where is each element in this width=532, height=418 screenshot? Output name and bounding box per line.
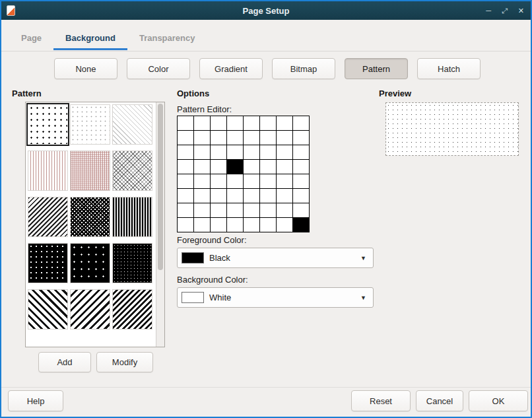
- editor-cell-r5c7[interactable]: [293, 189, 310, 203]
- maximize-button[interactable]: ⤢: [502, 7, 508, 15]
- pattern-swatch-vertical-lines-red[interactable]: [28, 151, 68, 191]
- titlebar[interactable]: Page Setup ─ ⤢ ✕: [1, 1, 531, 20]
- editor-cell-r7c4[interactable]: [244, 218, 260, 232]
- editor-cell-r6c2[interactable]: [211, 203, 227, 218]
- editor-cell-r0c3[interactable]: [227, 116, 244, 131]
- editor-cell-r0c4[interactable]: [244, 116, 260, 131]
- pattern-swatch-crosshatch-dark[interactable]: [70, 197, 110, 237]
- editor-cell-r0c0[interactable]: [178, 116, 194, 131]
- editor-cell-r0c2[interactable]: [211, 116, 227, 131]
- editor-cell-r7c6[interactable]: [277, 218, 293, 232]
- editor-cell-r2c3[interactable]: [227, 145, 244, 160]
- editor-cell-r0c7[interactable]: [293, 116, 310, 131]
- editor-cell-r6c3[interactable]: [227, 203, 244, 218]
- editor-cell-r6c4[interactable]: [244, 203, 260, 218]
- pattern-swatch-black-sparse-dots[interactable]: [70, 243, 110, 283]
- editor-cell-r4c0[interactable]: [178, 174, 194, 189]
- editor-cell-r5c5[interactable]: [260, 189, 277, 203]
- color-fill-button[interactable]: Color: [127, 58, 190, 79]
- editor-cell-r1c7[interactable]: [293, 131, 310, 145]
- editor-cell-r1c4[interactable]: [244, 131, 260, 145]
- editor-cell-r6c1[interactable]: [194, 203, 211, 218]
- editor-cell-r7c1[interactable]: [194, 218, 211, 232]
- editor-cell-r7c7[interactable]: [293, 218, 310, 232]
- editor-cell-r3c2[interactable]: [211, 160, 227, 174]
- reset-button[interactable]: Reset: [351, 390, 411, 411]
- tab-transparency[interactable]: Transparency: [127, 28, 207, 50]
- editor-cell-r5c1[interactable]: [194, 189, 211, 203]
- add-button[interactable]: Add: [38, 352, 91, 372]
- editor-cell-r4c7[interactable]: [293, 174, 310, 189]
- editor-cell-r5c2[interactable]: [211, 189, 227, 203]
- pattern-fill-button[interactable]: Pattern: [345, 58, 408, 79]
- editor-cell-r3c6[interactable]: [277, 160, 293, 174]
- minimize-button[interactable]: ─: [486, 7, 491, 15]
- editor-cell-r3c4[interactable]: [244, 160, 260, 174]
- editor-cell-r3c0[interactable]: [178, 160, 194, 174]
- editor-cell-r1c6[interactable]: [277, 131, 293, 145]
- pattern-swatch-vertical-lines-dark[interactable]: [112, 197, 152, 237]
- editor-cell-r4c3[interactable]: [227, 174, 244, 189]
- tab-background[interactable]: Background: [53, 28, 127, 50]
- editor-cell-r6c7[interactable]: [293, 203, 310, 218]
- help-button[interactable]: Help: [8, 390, 63, 411]
- gradient-fill-button[interactable]: Gradient: [199, 58, 263, 79]
- pattern-swatch-diagonal-light[interactable]: [112, 104, 152, 145]
- bitmap-fill-button[interactable]: Bitmap: [272, 58, 335, 79]
- pattern-swatch-diagonal-up-wide[interactable]: [28, 289, 68, 330]
- editor-cell-r3c5[interactable]: [260, 160, 277, 174]
- editor-cell-r0c5[interactable]: [260, 116, 277, 131]
- pattern-swatch-diagonal-down-wide[interactable]: [70, 289, 110, 330]
- cancel-button[interactable]: Cancel: [416, 390, 463, 411]
- editor-cell-r7c0[interactable]: [178, 218, 194, 232]
- editor-cell-r2c0[interactable]: [178, 145, 194, 160]
- editor-cell-r5c0[interactable]: [178, 189, 194, 203]
- modify-button[interactable]: Modify: [96, 352, 153, 372]
- editor-cell-r3c7[interactable]: [293, 160, 310, 174]
- pattern-swatch-diagonal-medium[interactable]: [28, 197, 68, 237]
- editor-cell-r7c3[interactable]: [227, 218, 244, 232]
- ok-button[interactable]: OK: [469, 390, 528, 411]
- editor-cell-r4c1[interactable]: [194, 174, 211, 189]
- editor-cell-r6c0[interactable]: [178, 203, 194, 218]
- editor-cell-r5c3[interactable]: [227, 189, 244, 203]
- close-button[interactable]: ✕: [518, 7, 524, 15]
- foreground-color-select[interactable]: Black ▼: [177, 248, 374, 268]
- editor-cell-r1c3[interactable]: [227, 131, 244, 145]
- editor-cell-r1c2[interactable]: [211, 131, 227, 145]
- editor-cell-r2c2[interactable]: [211, 145, 227, 160]
- editor-cell-r3c3[interactable]: [227, 160, 244, 174]
- editor-cell-r6c6[interactable]: [277, 203, 293, 218]
- editor-cell-r3c1[interactable]: [194, 160, 211, 174]
- pattern-swatch-black-white-dots[interactable]: [28, 243, 68, 283]
- editor-cell-r6c5[interactable]: [260, 203, 277, 218]
- editor-cell-r5c6[interactable]: [277, 189, 293, 203]
- editor-cell-r1c0[interactable]: [178, 131, 194, 145]
- editor-cell-r4c5[interactable]: [260, 174, 277, 189]
- background-color-select[interactable]: White ▼: [177, 287, 374, 308]
- editor-cell-r2c5[interactable]: [260, 145, 277, 160]
- editor-cell-r0c1[interactable]: [194, 116, 211, 131]
- pattern-swatch-crosshatch-red[interactable]: [70, 151, 110, 191]
- pattern-swatch-dots-light[interactable]: [70, 104, 110, 145]
- pattern-swatch-black-fine-dots[interactable]: [112, 243, 152, 283]
- pattern-swatch-dots-sparse[interactable]: [28, 104, 68, 145]
- editor-cell-r2c4[interactable]: [244, 145, 260, 160]
- pattern-list-scrollbar[interactable]: [156, 102, 164, 347]
- editor-cell-r7c5[interactable]: [260, 218, 277, 232]
- pattern-swatch-diagonal-crosshatch[interactable]: [112, 151, 152, 191]
- editor-cell-r1c1[interactable]: [194, 131, 211, 145]
- editor-cell-r2c6[interactable]: [277, 145, 293, 160]
- hatch-fill-button[interactable]: Hatch: [417, 58, 481, 79]
- editor-cell-r7c2[interactable]: [211, 218, 227, 232]
- scrollbar-thumb[interactable]: [158, 104, 163, 270]
- editor-cell-r4c6[interactable]: [277, 174, 293, 189]
- editor-cell-r2c7[interactable]: [293, 145, 310, 160]
- editor-cell-r1c5[interactable]: [260, 131, 277, 145]
- editor-cell-r5c4[interactable]: [244, 189, 260, 203]
- tab-page[interactable]: Page: [9, 28, 53, 50]
- editor-cell-r4c2[interactable]: [211, 174, 227, 189]
- none-fill-button[interactable]: None: [54, 58, 117, 79]
- editor-cell-r4c4[interactable]: [244, 174, 260, 189]
- editor-cell-r2c1[interactable]: [194, 145, 211, 160]
